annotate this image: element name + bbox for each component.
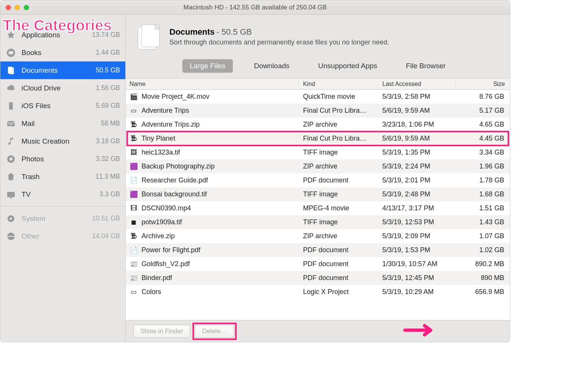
- delete-button[interactable]: Delete…: [195, 325, 234, 338]
- category-description: Sort through documents and permanently e…: [169, 38, 389, 46]
- file-row[interactable]: 📄Researcher Guide.pdfPDF document5/3/19,…: [126, 173, 510, 187]
- col-kind[interactable]: Kind: [299, 78, 379, 89]
- file-kind: TIFF image: [299, 218, 379, 226]
- sidebar-item-ios-files[interactable]: iOS Files5.69 GB: [0, 97, 125, 115]
- sidebar-item-label: Music Creation: [22, 137, 96, 145]
- tab-large-files[interactable]: Large Files: [182, 59, 233, 73]
- sidebar-item-label: Other: [22, 232, 92, 240]
- tab-unsupported-apps[interactable]: Unsupported Apps: [311, 59, 385, 73]
- file-row[interactable]: 🗜Tiny PlanetFinal Cut Pro Libra…5/6/19, …: [126, 132, 510, 145]
- file-row[interactable]: 🟪Backup Photography.zipZIP archive5/3/19…: [126, 159, 510, 173]
- file-size: 656.9 MB: [456, 288, 509, 296]
- file-row[interactable]: 📄Power for Flight.pdfPDF document5/3/19,…: [126, 243, 510, 257]
- svg-point-14: [10, 217, 12, 220]
- sidebar-item-size: 3.32 GB: [96, 155, 120, 163]
- sidebar-item-size: 3.3 GB: [100, 190, 120, 198]
- file-row[interactable]: ◼potw1909a.tifTIFF image5/3/19, 12:53 PM…: [126, 215, 510, 229]
- file-kind: PDF document: [299, 274, 379, 282]
- svg-rect-1: [9, 51, 13, 54]
- titlebar: Macintosh HD - 142.55 GB available of 25…: [0, 0, 510, 15]
- content-pane: Documents - 50.5 GB Sort through documen…: [126, 15, 510, 342]
- file-last-accessed: 5/6/19, 9:59 AM: [379, 135, 456, 142]
- file-last-accessed: 5/3/19, 2:48 PM: [379, 190, 456, 198]
- photos-icon: [6, 154, 16, 164]
- show-in-finder-button[interactable]: Show in Finder: [133, 325, 190, 338]
- file-row[interactable]: 🟪Bonsai background.tifTIFF image5/3/19, …: [126, 187, 510, 201]
- file-row[interactable]: 🖼heic1323a.tifTIFF image5/3/19, 1:35 PM3…: [126, 145, 510, 159]
- sidebar-item-music-creation[interactable]: Music Creation3.18 GB: [0, 132, 125, 150]
- sidebar-item-size: 14.04 GB: [92, 232, 120, 240]
- sidebar-item-documents[interactable]: Documents50.5 GB: [0, 61, 125, 79]
- file-size: 890.2 MB: [456, 260, 509, 268]
- file-row[interactable]: 🎞DSCN0390.mp4MPEG-4 movie4/13/17, 3:17 P…: [126, 201, 510, 215]
- file-size: 1.02 GB: [456, 246, 509, 254]
- file-icon: ▭: [129, 107, 138, 115]
- file-kind: PDF document: [299, 246, 379, 254]
- sidebar-item-trash[interactable]: Trash11.3 MB: [0, 168, 125, 185]
- sidebar-item-label: Trash: [22, 173, 95, 181]
- svg-rect-11: [7, 192, 15, 197]
- sidebar-item-tv[interactable]: TV3.3 GB: [0, 185, 125, 203]
- sidebar-item-size: 11.3 MB: [95, 173, 120, 181]
- file-name: Researcher Guide.pdf: [142, 176, 208, 184]
- file-name: Movie Project_4K.mov: [142, 93, 209, 101]
- sidebar-item-label: Documents: [22, 66, 96, 75]
- file-kind: Logic X Project: [299, 288, 379, 296]
- file-size: 4.65 GB: [456, 121, 509, 129]
- file-last-accessed: 5/3/19, 2:01 PM: [379, 176, 456, 184]
- file-row[interactable]: 📰Goldfish_V2.pdfPDF document1/30/19, 10:…: [126, 257, 510, 271]
- file-last-accessed: 5/3/19, 2:09 PM: [379, 232, 456, 240]
- file-row[interactable]: ▭Adventure TripsFinal Cut Pro Libra…5/6/…: [126, 104, 510, 118]
- file-size: 1.43 GB: [456, 218, 509, 226]
- sidebar-item-books[interactable]: Books1.44 GB: [0, 44, 125, 61]
- file-table-body[interactable]: 🎬Movie Project_4K.movQuickTime movie5/3/…: [126, 90, 510, 320]
- sidebar-item-icloud-drive[interactable]: iCloud Drive1.56 GB: [0, 79, 125, 97]
- zoom-window-button[interactable]: [24, 5, 29, 10]
- content-tabs: Large FilesDownloadsUnsupported AppsFile…: [126, 57, 510, 78]
- file-icon: ◼: [129, 218, 138, 227]
- minimize-window-button[interactable]: [15, 5, 20, 10]
- file-row[interactable]: ▭ColorsLogic X Project5/3/19, 10:29 AM65…: [126, 285, 510, 299]
- file-last-accessed: 5/3/19, 1:35 PM: [379, 149, 456, 156]
- tab-downloads[interactable]: Downloads: [246, 59, 297, 73]
- tab-file-browser[interactable]: File Browser: [398, 59, 453, 73]
- delete-button-highlight: Delete…: [195, 325, 234, 338]
- file-row[interactable]: 🗜Archive.zipZIP archive5/3/19, 2:09 PM1.…: [126, 229, 510, 243]
- col-size[interactable]: Size: [456, 78, 509, 89]
- system-icon: [6, 213, 16, 224]
- close-window-button[interactable]: [6, 5, 11, 10]
- arrow-annotation: [404, 324, 438, 337]
- sidebar-item-label: Books: [22, 49, 96, 57]
- svg-rect-3: [9, 67, 14, 74]
- file-kind: ZIP archive: [299, 162, 379, 170]
- file-size: 890 MB: [456, 274, 509, 282]
- file-icon: 🗜: [129, 232, 138, 240]
- col-name[interactable]: Name: [126, 78, 299, 89]
- file-kind: TIFF image: [299, 149, 379, 156]
- col-last-accessed[interactable]: Last Accessed: [379, 78, 456, 89]
- traffic-lights: [0, 5, 29, 10]
- sidebar-item-photos[interactable]: Photos3.32 GB: [0, 150, 125, 168]
- file-kind: TIFF image: [299, 190, 379, 198]
- file-row[interactable]: 🎬Movie Project_4K.movQuickTime movie5/3/…: [126, 90, 510, 104]
- sidebar-item-other: Other14.04 GB: [0, 227, 125, 245]
- file-last-accessed: 5/3/19, 1:53 PM: [379, 246, 456, 254]
- documents-large-icon: [135, 24, 161, 49]
- category-title: Documents: [169, 27, 215, 37]
- file-name: DSCN0390.mp4: [142, 204, 191, 212]
- file-row[interactable]: 📰Binder.pdfPDF document5/3/19, 12:45 PM8…: [126, 271, 510, 285]
- sidebar-item-applications[interactable]: Applications13.74 GB: [0, 26, 125, 44]
- file-row[interactable]: 🗜Adventure Trips.zipZIP archive3/23/18, …: [126, 118, 510, 132]
- applications-icon: [6, 30, 16, 40]
- file-size: 1.51 GB: [456, 204, 509, 212]
- category-header-text: Documents - 50.5 GB Sort through documen…: [169, 27, 389, 46]
- documents-icon: [6, 65, 16, 76]
- file-last-accessed: 5/3/19, 2:24 PM: [379, 162, 456, 170]
- file-name: Colors: [142, 288, 161, 296]
- sidebar-item-size: 3.18 GB: [96, 137, 120, 145]
- sidebar-item-size: 1.44 GB: [96, 49, 120, 57]
- svg-rect-4: [9, 102, 13, 110]
- sidebar-item-mail[interactable]: Mail58 MB: [0, 115, 125, 132]
- file-name: Binder.pdf: [142, 274, 172, 282]
- svg-rect-12: [9, 198, 12, 198]
